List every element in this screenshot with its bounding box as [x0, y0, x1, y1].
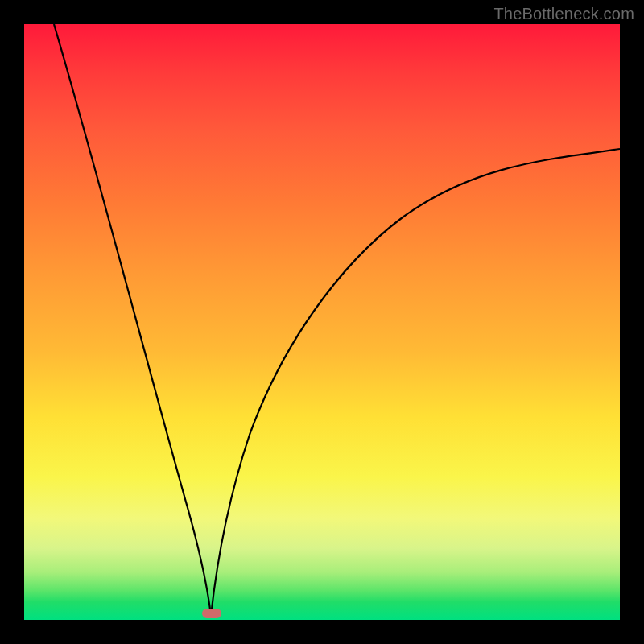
curve-left-branch [54, 24, 211, 616]
curve-right-branch [211, 149, 620, 616]
curve-svg [24, 24, 620, 620]
vertex-marker [202, 609, 221, 618]
watermark-text: TheBottleneck.com [493, 5, 634, 23]
chart-frame: TheBottleneck.com [0, 0, 644, 644]
plot-area [24, 24, 620, 620]
